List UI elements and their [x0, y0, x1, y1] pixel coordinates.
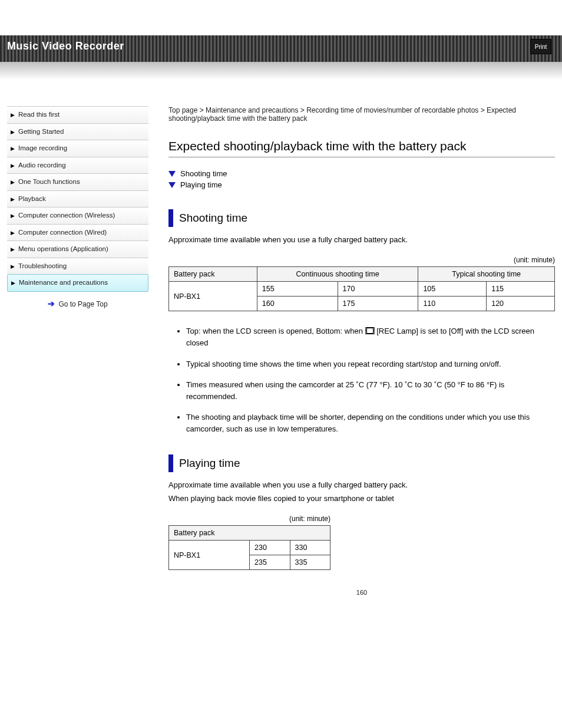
- main-content: Top page > Maintenance and precautions >…: [152, 106, 562, 620]
- section-marker-icon: [168, 454, 173, 472]
- chevron-right-icon: ▶: [11, 129, 15, 136]
- list-item: Times measured when using the camcorder …: [186, 379, 555, 402]
- cell-value: 110: [418, 297, 487, 311]
- arrow-right-icon: ➔: [48, 299, 55, 308]
- sidebar-item-getting-started[interactable]: ▶Getting Started: [7, 123, 148, 140]
- svg-rect-3: [365, 330, 366, 331]
- sidebar-item-audio-recording[interactable]: ▶Audio recording: [7, 157, 148, 174]
- cell-battery: NP-BX1: [169, 541, 250, 570]
- sidebar-nav: ▶Read this first ▶Getting Started ▶Image…: [0, 106, 152, 620]
- sidebar-item-label: Troubleshooting: [18, 262, 67, 271]
- sidebar-item-playback[interactable]: ▶Playback: [7, 190, 148, 207]
- cell-value: 120: [487, 297, 555, 311]
- section-subtext: Approximate time available when you use …: [168, 480, 555, 489]
- cell-value: 330: [290, 541, 330, 555]
- section-marker-icon: [168, 209, 173, 227]
- cell-value: 155: [257, 282, 338, 297]
- anchor-label: Shooting time: [180, 169, 227, 178]
- cell-battery: NP-BX1: [169, 282, 257, 311]
- col-header-continuous: Continuous shooting time: [257, 267, 418, 282]
- chevron-down-icon: [168, 171, 176, 177]
- cell-value: 170: [338, 282, 418, 297]
- sidebar-item-conn-wireless[interactable]: ▶Computer connection (Wireless): [7, 207, 148, 224]
- sidebar-item-menu-ops[interactable]: ▶Menu operations (Application): [7, 241, 148, 258]
- unit-label: (unit: minute): [168, 256, 555, 264]
- sidebar-item-label: Computer connection (Wired): [18, 228, 107, 238]
- chevron-right-icon: ▶: [11, 196, 15, 203]
- anchor-shooting-time[interactable]: Shooting time: [168, 169, 555, 178]
- cell-value: 235: [250, 555, 290, 570]
- table-row: NP-BX1 155 170 105 115: [169, 282, 555, 297]
- svg-rect-7: [373, 330, 375, 331]
- sidebar-item-label: Menu operations (Application): [18, 245, 108, 254]
- note-text: Typical shooting time shows the time whe…: [186, 360, 501, 368]
- cell-value: 335: [290, 555, 330, 570]
- col-header-battery: Battery pack: [169, 267, 257, 282]
- list-item: The shooting and playback time will be s…: [186, 411, 555, 434]
- chevron-right-icon: ▶: [11, 246, 15, 253]
- chevron-right-icon: ▶: [11, 212, 15, 219]
- sidebar-item-label: Playback: [18, 195, 46, 204]
- anchor-playing-time[interactable]: Playing time: [168, 180, 555, 189]
- svg-rect-5: [365, 332, 366, 334]
- go-to-top-link[interactable]: ➔Go to Page Top: [7, 292, 148, 315]
- chevron-right-icon: ▶: [11, 145, 15, 152]
- sidebar-item-label: Image recording: [18, 144, 67, 153]
- sidebar-item-label: One Touch functions: [18, 177, 80, 187]
- table-row: NP-BX1 230 330: [169, 541, 330, 555]
- section-subtext: Approximate time available when you use …: [168, 235, 555, 244]
- chevron-down-icon: [168, 182, 176, 188]
- sidebar-item-one-touch[interactable]: ▶One Touch functions: [7, 173, 148, 190]
- sidebar-item-read-first[interactable]: ▶Read this first: [7, 106, 148, 123]
- svg-rect-4: [365, 331, 366, 332]
- sidebar-item-image-recording[interactable]: ▶Image recording: [7, 140, 148, 157]
- sidebar-item-label: Maintenance and precautions: [19, 278, 108, 288]
- svg-rect-6: [373, 328, 375, 329]
- chevron-right-icon: ▶: [11, 179, 15, 186]
- svg-rect-9: [373, 332, 375, 334]
- sidebar-item-label: Read this first: [18, 110, 59, 120]
- product-title: Music Video Recorder: [7, 40, 124, 52]
- playing-time-table: Battery pack NP-BX1 230 330 235 335: [168, 525, 330, 570]
- svg-rect-2: [365, 328, 366, 329]
- note-text: Times measured when using the camcorder …: [186, 380, 504, 401]
- note-text: The shooting and playback time will be s…: [186, 413, 530, 433]
- note-text: Top: when the LCD screen is opened, Bott…: [186, 327, 365, 335]
- cell-value: 230: [250, 541, 290, 555]
- svg-rect-1: [367, 328, 373, 333]
- cell-value: 175: [338, 297, 418, 311]
- list-item: Typical shooting time shows the time whe…: [186, 358, 555, 370]
- sidebar-item-label: Computer connection (Wireless): [18, 211, 115, 220]
- cell-value: 115: [487, 282, 555, 297]
- go-to-top-label: Go to Page Top: [58, 300, 107, 308]
- sidebar-item-label: Getting Started: [18, 127, 64, 137]
- shooting-time-table: Battery pack Continuous shooting time Ty…: [168, 266, 555, 311]
- sidebar-item-label: Audio recording: [18, 161, 66, 170]
- breadcrumb: Top page > Maintenance and precautions >…: [168, 106, 555, 123]
- anchor-label: Playing time: [180, 180, 222, 189]
- page-number: 160: [168, 589, 555, 596]
- chevron-right-icon: ▶: [11, 279, 15, 286]
- unit-label: (unit: minute): [168, 515, 330, 523]
- cell-value: 160: [257, 297, 338, 311]
- section-heading-shooting: Shooting time: [179, 212, 247, 225]
- col-header-battery: Battery pack: [169, 526, 330, 541]
- sidebar-item-troubleshooting[interactable]: ▶Troubleshooting: [7, 258, 148, 275]
- cell-value: 105: [418, 282, 487, 297]
- chevron-right-icon: ▶: [11, 162, 15, 169]
- chevron-right-icon: ▶: [11, 263, 15, 270]
- section-heading-playing: Playing time: [179, 457, 240, 470]
- film-icon: [365, 326, 375, 338]
- notes-list: Top: when the LCD screen is opened, Bott…: [168, 325, 555, 434]
- section-subtext: When playing back movie files copied to …: [168, 494, 555, 503]
- list-item: Top: when the LCD screen is opened, Bott…: [186, 325, 555, 349]
- chevron-right-icon: ▶: [11, 111, 15, 118]
- svg-rect-8: [373, 331, 375, 332]
- chevron-right-icon: ▶: [11, 229, 15, 236]
- print-button[interactable]: Print: [530, 39, 551, 54]
- sidebar-item-conn-wired[interactable]: ▶Computer connection (Wired): [7, 224, 148, 241]
- sidebar-item-maintenance[interactable]: ▶Maintenance and precautions: [7, 274, 148, 292]
- col-header-typical: Typical shooting time: [418, 267, 555, 282]
- page-title: Expected shooting/playback time with the…: [168, 139, 555, 157]
